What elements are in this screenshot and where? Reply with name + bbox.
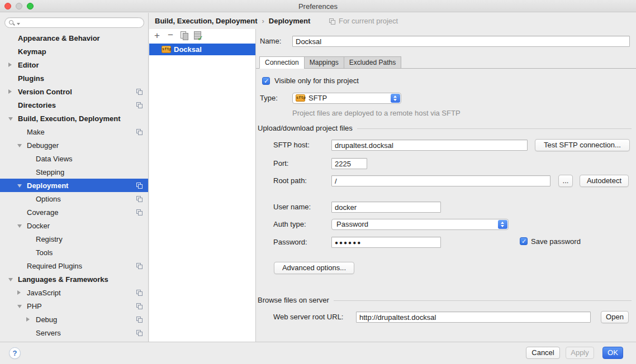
browse-section-header: Browse files on server (258, 296, 632, 304)
autodetect-button[interactable]: Autodetect (580, 175, 629, 187)
sidebar-item-label: Build, Execution, Deployment (18, 114, 120, 123)
section-rule (357, 128, 632, 129)
remove-server-button[interactable]: − (165, 31, 175, 41)
sidebar-item-label: Directories (18, 101, 56, 109)
server-list-item-docksal[interactable]: sftpDocksal (149, 44, 255, 55)
sidebar-item-directories[interactable]: Directories (0, 98, 148, 112)
visible-only-checkbox[interactable] (262, 77, 270, 85)
chevron-right-icon[interactable] (8, 89, 12, 94)
chevron-down-icon[interactable] (17, 144, 22, 147)
sidebar-item-build-execution-deployment[interactable]: Build, Execution, Deployment (0, 112, 148, 125)
sidebar-item-label: Plugins (18, 74, 44, 83)
dropdown-stepper-icon[interactable] (498, 220, 507, 229)
auth-type-select[interactable]: Password (331, 219, 509, 230)
per-project-icon (136, 290, 143, 296)
server-name: Docksal (174, 45, 202, 54)
chevron-down-icon[interactable] (17, 184, 22, 188)
search-options-chevron-icon[interactable] (17, 23, 20, 25)
sidebar-item-appearance-behavior[interactable]: Appearance & Behavior (0, 31, 148, 45)
per-project-icon (329, 18, 335, 25)
search-input[interactable] (4, 17, 144, 28)
open-button[interactable]: Open (601, 311, 629, 323)
breadcrumb-separator: › (262, 17, 264, 25)
titlebar: Preferences (0, 0, 636, 12)
type-select[interactable]: sftp SFTP (292, 93, 401, 104)
type-label: Type: (260, 93, 278, 104)
sidebar-item-deployment[interactable]: Deployment (0, 179, 148, 192)
chevron-right-icon[interactable] (8, 63, 12, 67)
sidebar-item-make[interactable]: Make (0, 125, 148, 138)
section-rule (334, 300, 632, 301)
sidebar-item-label: Debug (36, 315, 57, 324)
per-project-icon (136, 102, 143, 108)
dropdown-stepper-icon[interactable] (391, 94, 400, 103)
sidebar-item-registry[interactable]: Registry (0, 232, 148, 246)
sftp-host-label: SFTP host: (273, 140, 310, 151)
search-icon (9, 20, 13, 25)
tab-excluded-paths[interactable]: Excluded Paths (344, 56, 401, 69)
breadcrumb: Build, Execution, Deployment › Deploymen… (155, 17, 310, 25)
sidebar-item-editor[interactable]: Editor (0, 58, 148, 71)
sidebar-item-docker[interactable]: Docker (0, 219, 148, 232)
advanced-options-button[interactable]: Advanced options... (274, 262, 354, 274)
sidebar-item-javascript[interactable]: JavaScript (0, 286, 148, 299)
sidebar-item-php[interactable]: PHP (0, 299, 148, 313)
name-label: Name: (260, 36, 281, 47)
header-strip: Build, Execution, Deployment › Deploymen… (149, 13, 636, 29)
sidebar-item-stepping[interactable]: Stepping (0, 165, 148, 179)
chevron-down-icon[interactable] (17, 224, 22, 228)
chevron-right-icon[interactable] (17, 290, 21, 295)
sidebar-item-coverage[interactable]: Coverage (0, 205, 148, 219)
name-field[interactable] (292, 36, 630, 47)
sidebar-item-label: Tools (36, 248, 53, 257)
sidebar-item-data-views[interactable]: Data Views (0, 152, 148, 165)
ok-button[interactable]: OK (602, 347, 623, 359)
browse-root-path-button[interactable]: ... (558, 175, 573, 187)
server-list-panel: + − sftpDocksal (149, 29, 256, 342)
web-root-field[interactable] (356, 312, 591, 323)
server-list: sftpDocksal (149, 44, 255, 55)
sidebar-item-label: JavaScript (27, 289, 61, 297)
sidebar-item-label: PHP (27, 302, 42, 310)
sidebar-item-debug[interactable]: Debug (0, 313, 148, 326)
sidebar-item-debugger[interactable]: Debugger (0, 138, 148, 152)
test-sftp-connection-button[interactable]: Test SFTP connection... (535, 139, 630, 151)
tab-connection[interactable]: Connection (259, 56, 304, 69)
footer-bar: ? Cancel Apply OK (0, 342, 636, 364)
sidebar-item-keymap[interactable]: Keymap (0, 45, 148, 58)
per-project-icon (136, 209, 143, 215)
chevron-down-icon[interactable] (8, 117, 13, 121)
tab-mappings[interactable]: Mappings (304, 56, 344, 69)
chevron-down-icon[interactable] (8, 278, 13, 281)
scope-label: For current project (339, 17, 398, 25)
sidebar-item-plugins[interactable]: Plugins (0, 71, 148, 85)
use-as-default-icon[interactable] (193, 31, 202, 40)
add-server-button[interactable]: + (152, 31, 162, 41)
window-title: Preferences (0, 2, 636, 11)
password-field[interactable] (331, 237, 441, 248)
user-name-field[interactable] (331, 202, 441, 213)
sidebar-item-options[interactable]: Options (0, 192, 148, 205)
sidebar-item-servers[interactable]: Servers (0, 326, 148, 339)
sidebar-item-version-control[interactable]: Version Control (0, 85, 148, 98)
sidebar-item-required-plugins[interactable]: Required Plugins (0, 259, 148, 272)
breadcrumb-parent[interactable]: Build, Execution, Deployment (155, 17, 257, 25)
sidebar-item-languages-frameworks[interactable]: Languages & Frameworks (0, 272, 148, 286)
chevron-down-icon[interactable] (17, 305, 22, 308)
sidebar-item-label: Debugger (27, 141, 59, 150)
chevron-right-icon[interactable] (26, 317, 30, 322)
sftp-host-field[interactable] (331, 140, 528, 151)
tab-bar: ConnectionMappingsExcluded Paths (256, 56, 636, 69)
help-button[interactable]: ? (9, 347, 21, 359)
apply-button[interactable]: Apply (566, 347, 594, 359)
root-path-field[interactable] (331, 175, 550, 186)
port-field[interactable] (331, 158, 367, 169)
save-password-label: Save password (531, 236, 581, 247)
cancel-button[interactable]: Cancel (526, 347, 560, 359)
copy-server-icon[interactable] (180, 31, 189, 40)
per-project-icon (136, 89, 143, 95)
auth-type-value: Password (336, 219, 368, 229)
sidebar-item-tools[interactable]: Tools (0, 246, 148, 259)
save-password-checkbox[interactable] (520, 237, 528, 245)
sidebar-item-label: Data Views (36, 155, 73, 163)
